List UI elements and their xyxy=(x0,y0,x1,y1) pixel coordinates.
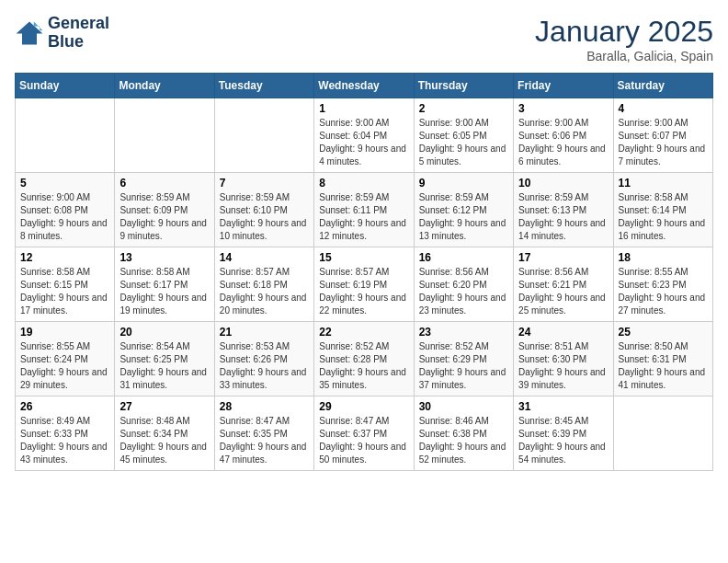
calendar-cell xyxy=(613,396,712,471)
logo-text: General Blue xyxy=(48,15,109,52)
weekday-header: Monday xyxy=(115,74,214,98)
day-info: Sunrise: 8:48 AMSunset: 6:34 PMDaylight:… xyxy=(119,415,209,466)
day-number: 8 xyxy=(319,177,408,190)
page-header: General Blue January 2025 Baralla, Galic… xyxy=(15,15,713,63)
calendar-cell: 27Sunrise: 8:48 AMSunset: 6:34 PMDayligh… xyxy=(115,396,214,471)
day-number: 27 xyxy=(119,400,209,413)
title-block: January 2025 Baralla, Galicia, Spain xyxy=(535,15,713,63)
day-info: Sunrise: 8:50 AMSunset: 6:31 PMDaylight:… xyxy=(619,340,708,392)
calendar-cell: 15Sunrise: 8:57 AMSunset: 6:19 PMDayligh… xyxy=(314,247,414,322)
calendar-cell: 31Sunrise: 8:45 AMSunset: 6:39 PMDayligh… xyxy=(514,396,613,471)
day-number: 22 xyxy=(319,326,408,339)
calendar-cell xyxy=(115,98,214,173)
calendar-cell: 4Sunrise: 9:00 AMSunset: 6:07 PMDaylight… xyxy=(613,98,712,173)
calendar-week-row: 5Sunrise: 9:00 AMSunset: 6:08 PMDaylight… xyxy=(16,173,713,247)
calendar-cell: 6Sunrise: 8:59 AMSunset: 6:09 PMDaylight… xyxy=(115,173,214,247)
svg-marker-0 xyxy=(17,21,43,44)
day-number: 10 xyxy=(518,177,608,190)
day-number: 29 xyxy=(319,400,408,413)
weekday-header: Tuesday xyxy=(214,74,313,98)
day-number: 19 xyxy=(20,326,109,339)
calendar-cell: 16Sunrise: 8:56 AMSunset: 6:20 PMDayligh… xyxy=(414,247,513,322)
month-title: January 2025 xyxy=(535,15,713,49)
calendar-week-row: 19Sunrise: 8:55 AMSunset: 6:24 PMDayligh… xyxy=(16,322,713,396)
day-info: Sunrise: 8:45 AMSunset: 6:39 PMDaylight:… xyxy=(518,415,608,466)
calendar-cell: 5Sunrise: 9:00 AMSunset: 6:08 PMDaylight… xyxy=(16,173,115,247)
calendar-table: SundayMondayTuesdayWednesdayThursdayFrid… xyxy=(15,73,713,471)
calendar-cell: 23Sunrise: 8:52 AMSunset: 6:29 PMDayligh… xyxy=(414,322,513,396)
calendar-cell: 29Sunrise: 8:47 AMSunset: 6:37 PMDayligh… xyxy=(314,396,414,471)
calendar-week-row: 1Sunrise: 9:00 AMSunset: 6:04 PMDaylight… xyxy=(16,98,713,173)
day-number: 4 xyxy=(619,102,708,115)
day-number: 21 xyxy=(220,326,309,339)
day-number: 24 xyxy=(518,326,608,339)
calendar-cell: 2Sunrise: 9:00 AMSunset: 6:05 PMDaylight… xyxy=(414,98,513,173)
day-info: Sunrise: 8:46 AMSunset: 6:38 PMDaylight:… xyxy=(419,415,508,466)
day-info: Sunrise: 8:52 AMSunset: 6:28 PMDaylight:… xyxy=(319,340,408,392)
calendar-week-row: 12Sunrise: 8:58 AMSunset: 6:15 PMDayligh… xyxy=(16,247,713,322)
day-number: 3 xyxy=(518,102,608,115)
calendar-cell: 10Sunrise: 8:59 AMSunset: 6:13 PMDayligh… xyxy=(514,173,613,247)
day-number: 20 xyxy=(119,326,209,339)
day-info: Sunrise: 8:59 AMSunset: 6:13 PMDaylight:… xyxy=(518,191,608,243)
day-number: 5 xyxy=(20,177,109,190)
day-number: 15 xyxy=(319,251,408,264)
calendar-cell: 26Sunrise: 8:49 AMSunset: 6:33 PMDayligh… xyxy=(16,396,115,471)
calendar-cell: 3Sunrise: 9:00 AMSunset: 6:06 PMDaylight… xyxy=(514,98,613,173)
day-info: Sunrise: 9:00 AMSunset: 6:07 PMDaylight:… xyxy=(619,117,708,168)
calendar-cell: 19Sunrise: 8:55 AMSunset: 6:24 PMDayligh… xyxy=(16,322,115,396)
day-info: Sunrise: 9:00 AMSunset: 6:05 PMDaylight:… xyxy=(419,117,508,168)
day-number: 1 xyxy=(319,102,408,115)
day-number: 26 xyxy=(20,400,109,413)
day-number: 7 xyxy=(220,177,309,190)
day-info: Sunrise: 8:55 AMSunset: 6:23 PMDaylight:… xyxy=(619,266,708,317)
day-number: 18 xyxy=(619,251,708,264)
day-number: 30 xyxy=(419,400,508,413)
day-info: Sunrise: 8:52 AMSunset: 6:29 PMDaylight:… xyxy=(419,340,508,392)
calendar-cell: 30Sunrise: 8:46 AMSunset: 6:38 PMDayligh… xyxy=(414,396,513,471)
day-number: 9 xyxy=(419,177,508,190)
day-info: Sunrise: 8:51 AMSunset: 6:30 PMDaylight:… xyxy=(518,340,608,392)
calendar-cell: 7Sunrise: 8:59 AMSunset: 6:10 PMDaylight… xyxy=(214,173,313,247)
day-info: Sunrise: 8:59 AMSunset: 6:11 PMDaylight:… xyxy=(319,191,408,243)
calendar-cell: 24Sunrise: 8:51 AMSunset: 6:30 PMDayligh… xyxy=(514,322,613,396)
day-info: Sunrise: 8:54 AMSunset: 6:25 PMDaylight:… xyxy=(119,340,209,392)
calendar-cell: 21Sunrise: 8:53 AMSunset: 6:26 PMDayligh… xyxy=(214,322,313,396)
day-info: Sunrise: 8:59 AMSunset: 6:09 PMDaylight:… xyxy=(119,191,209,243)
calendar-cell: 18Sunrise: 8:55 AMSunset: 6:23 PMDayligh… xyxy=(613,247,712,322)
day-number: 28 xyxy=(220,400,309,413)
day-number: 17 xyxy=(518,251,608,264)
day-info: Sunrise: 8:47 AMSunset: 6:35 PMDaylight:… xyxy=(220,415,309,466)
weekday-header: Sunday xyxy=(16,74,115,98)
weekday-header: Wednesday xyxy=(314,74,414,98)
calendar-cell: 28Sunrise: 8:47 AMSunset: 6:35 PMDayligh… xyxy=(214,396,313,471)
calendar-cell: 20Sunrise: 8:54 AMSunset: 6:25 PMDayligh… xyxy=(115,322,214,396)
weekday-header: Friday xyxy=(514,74,613,98)
day-number: 14 xyxy=(220,251,309,264)
calendar-cell: 25Sunrise: 8:50 AMSunset: 6:31 PMDayligh… xyxy=(613,322,712,396)
calendar-cell: 8Sunrise: 8:59 AMSunset: 6:11 PMDaylight… xyxy=(314,173,414,247)
calendar-cell: 17Sunrise: 8:56 AMSunset: 6:21 PMDayligh… xyxy=(514,247,613,322)
location: Baralla, Galicia, Spain xyxy=(535,49,713,63)
day-number: 25 xyxy=(619,326,708,339)
day-number: 11 xyxy=(619,177,708,190)
day-number: 31 xyxy=(518,400,608,413)
day-number: 23 xyxy=(419,326,508,339)
day-info: Sunrise: 8:59 AMSunset: 6:12 PMDaylight:… xyxy=(419,191,508,243)
day-number: 13 xyxy=(119,251,209,264)
weekday-header: Saturday xyxy=(613,74,712,98)
day-info: Sunrise: 8:56 AMSunset: 6:21 PMDaylight:… xyxy=(518,266,608,317)
logo: General Blue xyxy=(15,15,109,52)
calendar-cell: 12Sunrise: 8:58 AMSunset: 6:15 PMDayligh… xyxy=(16,247,115,322)
day-info: Sunrise: 8:53 AMSunset: 6:26 PMDaylight:… xyxy=(220,340,309,392)
weekday-header-row: SundayMondayTuesdayWednesdayThursdayFrid… xyxy=(16,74,713,98)
day-number: 12 xyxy=(20,251,109,264)
calendar-cell: 1Sunrise: 9:00 AMSunset: 6:04 PMDaylight… xyxy=(314,98,414,173)
day-info: Sunrise: 8:49 AMSunset: 6:33 PMDaylight:… xyxy=(20,415,109,466)
weekday-header: Thursday xyxy=(414,74,513,98)
day-info: Sunrise: 8:57 AMSunset: 6:18 PMDaylight:… xyxy=(220,266,309,317)
calendar-cell: 14Sunrise: 8:57 AMSunset: 6:18 PMDayligh… xyxy=(214,247,313,322)
day-info: Sunrise: 9:00 AMSunset: 6:08 PMDaylight:… xyxy=(20,191,109,243)
day-info: Sunrise: 8:55 AMSunset: 6:24 PMDaylight:… xyxy=(20,340,109,392)
calendar-week-row: 26Sunrise: 8:49 AMSunset: 6:33 PMDayligh… xyxy=(16,396,713,471)
